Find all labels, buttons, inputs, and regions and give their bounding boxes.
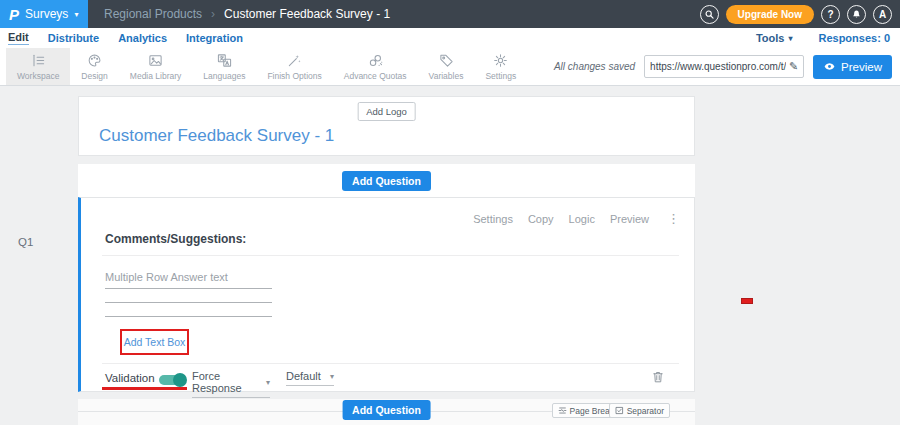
separator-button[interactable]: Separator (609, 403, 670, 418)
answer-row-2[interactable] (105, 302, 272, 303)
trash-icon (651, 370, 665, 384)
force-response-label: Force Response (192, 370, 266, 394)
workspace-icon (31, 53, 46, 68)
settings-gear-icon (493, 53, 508, 68)
menu-item-integration[interactable]: Integration (186, 32, 243, 45)
eye-icon (823, 60, 836, 73)
design-palette-icon (87, 53, 102, 68)
toolbar-item-languages[interactable]: Languages (192, 48, 256, 85)
question-text[interactable]: Comments/Suggestions: (105, 232, 246, 246)
force-response-dropdown[interactable]: Force Response ▾ (192, 370, 270, 398)
surveys-app-switcher[interactable]: P Surveys ▾ (0, 0, 88, 28)
upgrade-now-button[interactable]: Upgrade Now (726, 5, 814, 24)
toolbar-item-design[interactable]: Design (70, 48, 118, 85)
menu-item-distribute[interactable]: Distribute (48, 32, 99, 45)
delete-question-button[interactable] (651, 370, 665, 388)
validation-label: Validation (105, 372, 155, 384)
help-button[interactable]: ? (821, 5, 840, 24)
question-preview-link[interactable]: Preview (610, 213, 649, 225)
notifications-bell-icon[interactable] (847, 5, 866, 24)
chevron-down-icon: ▾ (74, 11, 78, 19)
breadcrumb-current: Customer Feedback Survey - 1 (224, 7, 390, 21)
answer-row-1[interactable] (105, 288, 272, 289)
answer-placeholder: Multiple Row Answer text (105, 271, 228, 283)
question-actions: Settings Copy Logic Preview ⋮ (473, 211, 680, 226)
save-status: All changes saved (554, 61, 635, 72)
question-card: Settings Copy Logic Preview ⋮ Comments/S… (78, 197, 695, 392)
tools-dropdown[interactable]: Tools ▾ (756, 32, 793, 44)
add-question-strip-bottom: Add Question Page Break Separator (78, 399, 695, 425)
answer-row-3[interactable] (105, 316, 272, 317)
search-icon[interactable] (700, 5, 719, 24)
finish-options-wand-icon (287, 53, 302, 68)
toggle-knob (173, 373, 187, 387)
avatar[interactable]: A (873, 5, 892, 24)
menu-right: Tools ▾ Responses: 0 (756, 32, 900, 44)
survey-title[interactable]: Customer Feedback Survey - 1 (99, 126, 334, 146)
toolbar-item-finish-options[interactable]: Finish Options (256, 48, 332, 85)
question-divider (102, 255, 679, 256)
toolbar-item-variables[interactable]: Variables (418, 48, 475, 85)
variables-tag-icon (439, 53, 454, 68)
annotation-underline-validation (102, 387, 187, 390)
edit-toolbar: Workspace Design Media Library Languages… (0, 48, 900, 86)
toolbar-item-advance-quotas[interactable]: Advance Quotas (333, 48, 418, 85)
default-label: Default (286, 370, 321, 382)
toolbar-item-workspace[interactable]: Workspace (6, 48, 70, 85)
page-break-label: Page Break (570, 406, 614, 416)
more-vertical-icon[interactable]: ⋮ (667, 211, 680, 226)
toolbar-item-settings[interactable]: Settings (474, 48, 527, 85)
add-text-box-link[interactable]: Add Text Box (124, 336, 186, 348)
menu-item-analytics[interactable]: Analytics (118, 32, 167, 45)
edit-url-pencil-icon[interactable]: ✎ (789, 61, 798, 72)
chevron-down-icon: ▾ (788, 34, 792, 43)
survey-header-card: Add Logo Customer Feedback Survey - 1 (78, 96, 695, 156)
breadcrumb-separator-icon: › (211, 7, 215, 21)
add-logo-button[interactable]: Add Logo (357, 102, 416, 121)
question-logic-link[interactable]: Logic (569, 213, 595, 225)
validation-toggle[interactable] (159, 375, 185, 385)
top-header: P Surveys ▾ Regional Products › Customer… (0, 0, 900, 28)
annotation-marker (741, 298, 753, 304)
survey-menu-bar: Edit Distribute Analytics Integration To… (0, 28, 900, 48)
tools-label: Tools (756, 32, 785, 44)
add-question-button-top[interactable]: Add Question (342, 171, 431, 191)
breadcrumb-parent[interactable]: Regional Products (104, 7, 202, 21)
app-name: Surveys (25, 7, 68, 21)
survey-url-input[interactable] (650, 61, 786, 72)
survey-editor-canvas: Q1 Add Logo Customer Feedback Survey - 1… (0, 86, 900, 425)
breadcrumb: Regional Products › Customer Feedback Su… (104, 7, 390, 21)
media-library-icon (148, 53, 163, 68)
header-actions: Upgrade Now ? A (700, 5, 900, 24)
add-question-strip-top: Add Question (78, 164, 695, 197)
question-footer-divider (102, 363, 679, 364)
chevron-down-icon: ▾ (266, 378, 270, 387)
toolbar-right: All changes saved ✎ Preview (554, 48, 900, 85)
toolbar-item-media-library[interactable]: Media Library (119, 48, 193, 85)
separator-checkbox-icon (615, 406, 624, 415)
languages-icon (217, 53, 232, 68)
separator-label: Separator (627, 406, 664, 416)
add-question-button-bottom[interactable]: Add Question (342, 400, 431, 420)
questionpro-logo: P (9, 7, 19, 22)
question-copy-link[interactable]: Copy (528, 213, 554, 225)
chevron-down-icon: ▾ (330, 372, 334, 381)
question-number: Q1 (18, 236, 33, 248)
menu-item-edit[interactable]: Edit (8, 31, 29, 45)
advance-quotas-links-icon (368, 53, 383, 68)
question-settings-link[interactable]: Settings (473, 213, 513, 225)
preview-label: Preview (841, 61, 882, 73)
survey-url-box: ✎ (644, 55, 804, 78)
page-break-icon (558, 406, 567, 415)
responses-count[interactable]: Responses: 0 (818, 32, 890, 44)
default-dropdown[interactable]: Default ▾ (286, 370, 334, 386)
preview-button[interactable]: Preview (813, 55, 892, 79)
annotation-box-add-text-box: Add Text Box (120, 329, 189, 355)
